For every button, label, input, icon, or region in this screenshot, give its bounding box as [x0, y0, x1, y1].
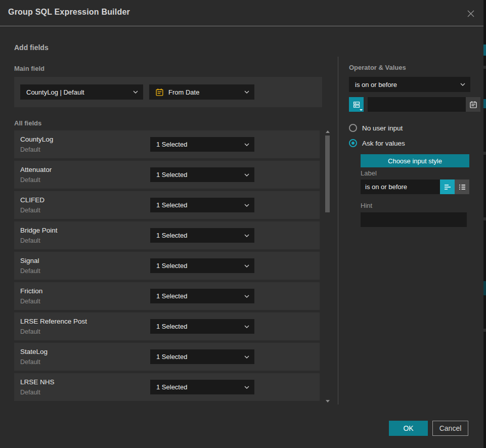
field-subtitle: Default: [20, 359, 40, 366]
field-subtitle: Default: [20, 267, 40, 275]
field-row: CLIFED Default 1 Selected: [14, 191, 320, 219]
add-fields-heading: Add fields: [14, 43, 49, 52]
field-name: LRSE Reference Post: [20, 318, 87, 325]
field-row: Friction Default 1 Selected: [14, 282, 320, 310]
field-name: Attenuator: [20, 166, 52, 173]
field-name: Signal: [20, 257, 39, 264]
chevron-down-icon: [244, 325, 249, 328]
list-scrollbar[interactable]: [325, 130, 330, 404]
chevron-down-icon: [244, 355, 249, 359]
bulleted-list-icon: [459, 184, 466, 190]
scroll-up-arrow-icon[interactable]: [326, 130, 330, 133]
stacked-input-type-icon: [352, 101, 361, 109]
field-name: CLIFED: [20, 196, 45, 204]
hint-field-label: Hint: [361, 202, 372, 209]
field-values-select-value: 1 Selected: [156, 171, 187, 178]
panel-divider: [338, 57, 338, 405]
field-values-select-value: 1 Selected: [156, 232, 187, 239]
close-icon: [467, 10, 475, 18]
field-values-select[interactable]: 1 Selected: [150, 319, 254, 334]
date-picker-button[interactable]: [466, 97, 480, 112]
chevron-down-icon: [244, 234, 249, 237]
edge-fragment: [483, 66, 486, 69]
field-values-select[interactable]: 1 Selected: [150, 137, 254, 152]
edge-fragment: [483, 99, 486, 108]
radio-selected-icon: [349, 139, 357, 147]
layer-select[interactable]: CountyLog | Default: [20, 84, 143, 100]
field-row: Bridge Point Default 1 Selected: [14, 221, 320, 249]
field-values-select[interactable]: 1 Selected: [150, 380, 254, 394]
edge-fragment: [483, 217, 486, 220]
calendar-icon: [155, 88, 164, 97]
field-subtitle: Default: [20, 207, 40, 214]
field-values-select[interactable]: 1 Selected: [150, 289, 254, 303]
dialog-titlebar: Group SQL Expression Builder: [0, 0, 483, 26]
field-subtitle: Default: [20, 298, 40, 305]
field-subtitle: Default: [20, 328, 40, 335]
ok-button[interactable]: OK: [389, 421, 428, 436]
field-values-select-value: 1 Selected: [156, 323, 187, 330]
main-field-select[interactable]: From Date: [149, 84, 254, 100]
field-row: Attenuator Default 1 Selected: [14, 161, 320, 189]
radio-circle-icon: [349, 124, 357, 132]
single-line-style-button[interactable]: [440, 180, 455, 194]
chevron-down-icon: [133, 91, 138, 94]
field-values-select-value: 1 Selected: [156, 353, 187, 361]
field-name: Bridge Point: [20, 227, 58, 234]
chevron-down-icon: [244, 295, 249, 298]
edge-fragment: [483, 152, 486, 155]
field-row: LRSE NHS Default 1 Selected: [14, 373, 320, 401]
main-field-select-value: From Date: [168, 88, 199, 96]
align-left-icon: [444, 184, 451, 190]
scrollbar-thumb[interactable]: [325, 136, 330, 212]
field-values-select-value: 1 Selected: [156, 201, 187, 209]
label-field-label: Label: [361, 169, 377, 177]
value-type-button[interactable]: [349, 97, 364, 112]
list-style-button[interactable]: [455, 180, 469, 194]
all-fields-list: CountyLog Default 1 Selected Attenuator …: [14, 130, 320, 402]
field-name: Friction: [20, 287, 42, 295]
field-subtitle: Default: [20, 237, 40, 244]
operator-values-label: Operator & Values: [349, 64, 406, 71]
radio-ask-for-values[interactable]: Ask for values: [349, 139, 405, 147]
field-values-select-value: 1 Selected: [156, 141, 187, 148]
chevron-down-icon: [244, 204, 249, 207]
operator-select-value: is on or before: [355, 81, 397, 88]
field-values-select[interactable]: 1 Selected: [150, 167, 254, 182]
field-values-select[interactable]: 1 Selected: [150, 228, 254, 243]
field-subtitle: Default: [20, 146, 40, 153]
radio-no-user-input-label: No user input: [362, 124, 403, 132]
field-values-select[interactable]: 1 Selected: [150, 198, 254, 212]
underlying-app-edge: [483, 0, 486, 448]
main-field-label: Main field: [14, 65, 45, 72]
scroll-down-arrow-icon[interactable]: [326, 400, 330, 402]
field-name: LRSE NHS: [20, 378, 55, 386]
chevron-down-icon: [460, 83, 465, 86]
field-values-select[interactable]: 1 Selected: [150, 258, 254, 273]
field-row: CountyLog Default 1 Selected: [14, 130, 320, 158]
radio-ask-for-values-label: Ask for values: [362, 140, 405, 147]
choose-input-style-button[interactable]: Choose input style: [361, 154, 469, 167]
radio-no-user-input[interactable]: No user input: [349, 124, 403, 132]
field-values-select-value: 1 Selected: [156, 262, 187, 270]
field-name: StateLog: [20, 348, 48, 355]
value-input[interactable]: [368, 97, 466, 112]
field-row: Signal Default 1 Selected: [14, 252, 320, 280]
field-values-select-value: 1 Selected: [156, 383, 187, 391]
cancel-button[interactable]: Cancel: [432, 421, 468, 436]
field-row: LRSE Reference Post Default 1 Selected: [14, 312, 320, 340]
value-entry-row: [349, 97, 470, 112]
all-fields-label: All fields: [14, 119, 41, 127]
field-values-select[interactable]: 1 Selected: [150, 349, 254, 364]
hint-input[interactable]: [361, 212, 467, 227]
label-input[interactable]: [361, 180, 440, 194]
close-button[interactable]: [465, 8, 476, 19]
field-subtitle: Default: [20, 176, 40, 184]
field-values-select-value: 1 Selected: [156, 292, 187, 300]
operator-select[interactable]: is on or before: [349, 77, 470, 92]
field-row: StateLog Default 1 Selected: [14, 343, 320, 371]
calendar-icon: [469, 101, 477, 109]
field-name: CountyLog: [20, 136, 53, 143]
field-subtitle: Default: [20, 389, 40, 396]
edge-fragment: [483, 329, 486, 332]
